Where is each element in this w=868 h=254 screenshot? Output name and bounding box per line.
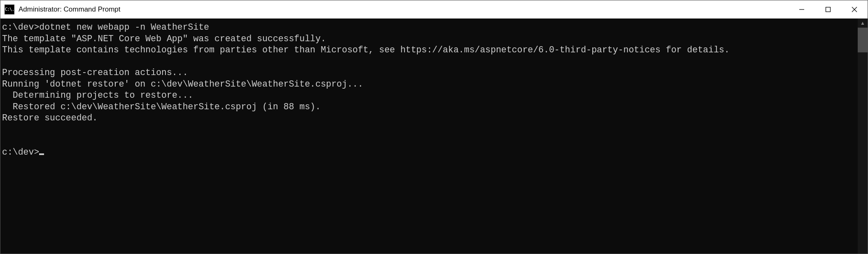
console-content[interactable]: c:\dev>dotnet new webapp -n WeatherSite … <box>0 19 858 254</box>
output-line: The template "ASP.NET Core Web App" was … <box>2 34 326 44</box>
svg-rect-1 <box>826 7 831 12</box>
window-controls <box>789 0 868 18</box>
output-line: Restore succeeded. <box>2 113 98 123</box>
minimize-button[interactable] <box>789 0 815 18</box>
minimize-icon <box>799 7 805 12</box>
output-line: This template contains technologies from… <box>2 45 730 55</box>
cursor <box>39 153 44 155</box>
prompt: c:\dev> <box>2 22 39 32</box>
output-line: Restored c:\dev\WeatherSite\WeatherSite.… <box>2 102 321 112</box>
close-icon <box>852 7 857 12</box>
scroll-up-arrow-icon[interactable]: ▲ <box>858 19 868 28</box>
console-area: c:\dev>dotnet new webapp -n WeatherSite … <box>0 19 868 254</box>
cmd-icon: C:\. <box>5 5 14 14</box>
window-title: Administrator: Command Prompt <box>19 5 789 14</box>
maximize-button[interactable] <box>815 0 841 18</box>
scrollbar-thumb[interactable] <box>858 28 868 52</box>
output-line: Processing post-creation actions... <box>2 68 188 78</box>
maximize-icon <box>825 7 831 12</box>
output-line: Running 'dotnet restore' on c:\dev\Weath… <box>2 79 363 89</box>
close-button[interactable] <box>841 0 868 18</box>
titlebar[interactable]: C:\. Administrator: Command Prompt <box>0 0 868 19</box>
vertical-scrollbar[interactable]: ▲ <box>858 19 868 254</box>
output-line: Determining projects to restore... <box>2 90 193 100</box>
prompt: c:\dev> <box>2 147 39 157</box>
command-prompt-window: C:\. Administrator: Command Prompt c:\de… <box>0 0 868 254</box>
command-text: dotnet new webapp -n WeatherSite <box>39 22 209 32</box>
